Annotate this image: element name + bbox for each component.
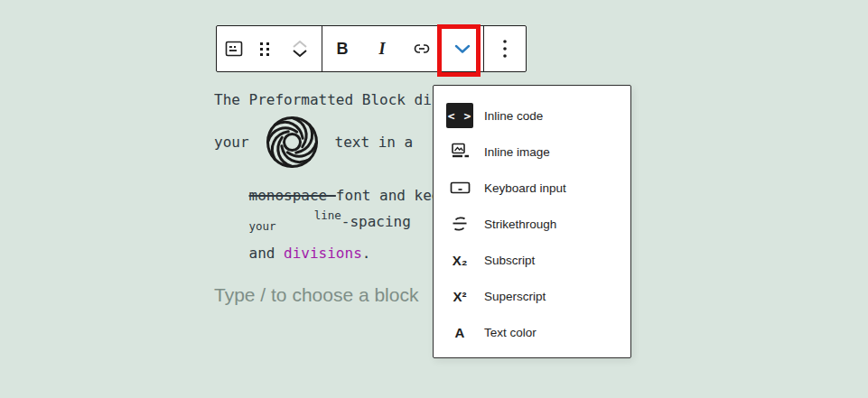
- menu-item-label: Inline code: [484, 109, 543, 123]
- link-icon: [411, 38, 433, 60]
- line5-text-before: and: [249, 245, 285, 262]
- strikethrough-icon: [446, 211, 473, 236]
- block-mover: [278, 26, 322, 71]
- preformatted-line-5[interactable]: and divisions.: [214, 227, 370, 279]
- preformatted-block-icon: [223, 38, 245, 60]
- ellipsis-icon: [502, 39, 508, 59]
- formats-dropdown-menu: < > Inline code Inline image: [433, 85, 631, 358]
- editor-canvas: B I: [0, 0, 868, 398]
- menu-item-label: Strikethrough: [484, 218, 556, 231]
- drag-handle[interactable]: [251, 26, 278, 71]
- line5-text-after: .: [362, 245, 371, 262]
- italic-icon: I: [378, 40, 385, 59]
- format-tools-group: B I: [322, 26, 483, 71]
- block-mover-icons: [292, 40, 308, 58]
- menu-item-label: Subscript: [484, 254, 535, 267]
- text-color-icon: A: [446, 319, 473, 345]
- options-button[interactable]: [484, 26, 526, 71]
- menu-item-label: Inline image: [484, 145, 550, 159]
- menu-item-keyboard-input[interactable]: Keyboard input: [434, 170, 630, 206]
- line2-text-after: text in a: [335, 134, 414, 151]
- menu-item-label: Text color: [484, 326, 537, 339]
- superscript-text: line: [314, 208, 341, 222]
- menu-item-superscript[interactable]: X² Superscript: [434, 278, 630, 314]
- inline-image-icon: [446, 139, 473, 164]
- italic-button[interactable]: I: [362, 26, 402, 71]
- chevron-down-icon: [454, 44, 471, 54]
- menu-item-inline-code[interactable]: < > Inline code: [434, 97, 630, 134]
- menu-item-strikethrough[interactable]: Strikethrough: [434, 206, 630, 242]
- more-formats-button[interactable]: [442, 26, 483, 71]
- menu-item-inline-image[interactable]: Inline image: [434, 134, 630, 170]
- menu-item-label: Superscript: [484, 290, 546, 303]
- block-tools-group: [217, 26, 322, 71]
- drag-handle-icon: [258, 40, 271, 58]
- menu-item-subscript[interactable]: X₂ Subscript: [434, 242, 630, 278]
- move-up-icon[interactable]: [292, 40, 308, 48]
- block-toolbar: B I: [216, 25, 527, 72]
- preformatted-line-2[interactable]: your text in a: [214, 106, 413, 177]
- bold-icon: B: [337, 40, 349, 59]
- colored-text: divisions: [284, 245, 362, 262]
- link-button[interactable]: [402, 26, 442, 71]
- move-down-icon[interactable]: [292, 50, 308, 58]
- bold-button[interactable]: B: [322, 26, 362, 71]
- menu-item-label: Keyboard input: [484, 181, 566, 195]
- block-placeholder[interactable]: Type / to choose a block: [214, 284, 418, 306]
- inline-code-icon: < >: [446, 103, 473, 128]
- preformatted-block-button[interactable]: [217, 26, 251, 71]
- keyboard-input-icon: [446, 175, 473, 200]
- line2-text-before: your: [214, 134, 249, 151]
- subscript-icon: X₂: [446, 247, 473, 273]
- options-group: [484, 26, 526, 71]
- menu-item-text-color[interactable]: A Text color: [434, 314, 630, 350]
- superscript-icon: X²: [446, 283, 473, 309]
